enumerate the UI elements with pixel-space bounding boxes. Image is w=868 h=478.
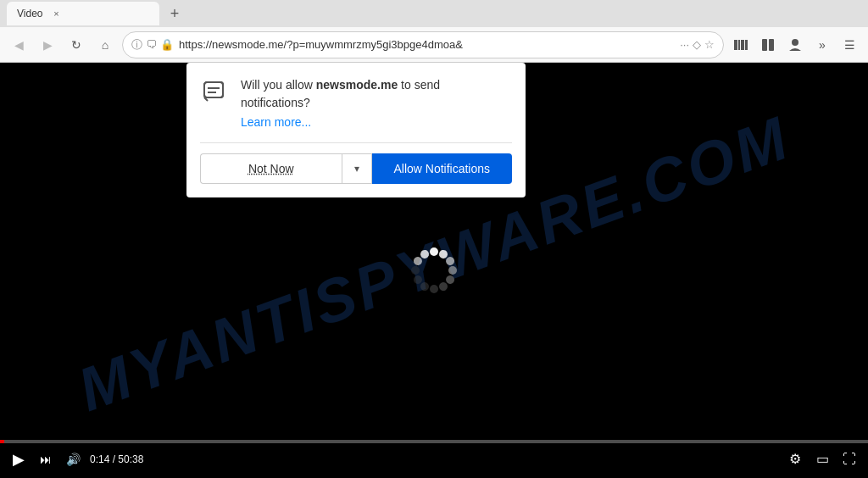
reader-button[interactable]	[756, 33, 780, 57]
time-display: 0:14 / 50:38	[90, 453, 143, 465]
tab-bar: Video × +	[0, 0, 868, 27]
allow-notifications-button[interactable]: Allow Notifications	[372, 153, 513, 184]
progress-bar[interactable]	[0, 440, 868, 443]
tab-close-button[interactable]: ×	[49, 7, 63, 20]
svg-rect-1	[738, 40, 740, 50]
reload-button[interactable]: ↻	[64, 33, 88, 57]
info-icon: ⓘ	[131, 37, 142, 53]
notification-popup: Will you allow newsmode.me to send notif…	[186, 63, 526, 197]
skip-button[interactable]: ⏭	[36, 453, 56, 466]
svg-rect-5	[769, 39, 774, 51]
play-button[interactable]: ▶	[8, 450, 29, 469]
account-button[interactable]	[783, 33, 807, 57]
svg-rect-7	[204, 82, 223, 97]
learn-more-link[interactable]: Learn more...	[241, 115, 512, 129]
new-tab-button[interactable]: +	[163, 2, 186, 25]
fullscreen-button[interactable]: ⛶	[839, 452, 860, 467]
progress-filled	[0, 440, 4, 443]
more-button[interactable]: ···	[680, 38, 689, 51]
address-bar[interactable]: ⓘ 🗨 🔒 https://newsmode.me/?p=muywmmrzmy5…	[122, 31, 724, 58]
content-area: MYANTISPYWARE.COM	[0, 63, 868, 478]
url-display: https://newsmode.me/?p=muywmmrzmy5gi3bpg…	[179, 38, 675, 51]
not-now-button[interactable]: Not Now	[200, 153, 342, 184]
svg-rect-4	[762, 39, 767, 51]
home-button[interactable]: ⌂	[93, 33, 117, 57]
controls-right: ⚙ ▭ ⛶	[785, 451, 860, 467]
popup-header: Will you allow newsmode.me to send notif…	[200, 76, 512, 129]
not-now-dropdown-button[interactable]: ▾	[342, 153, 372, 184]
browser-tab[interactable]: Video ×	[7, 2, 159, 25]
popup-message: Will you allow newsmode.me to send notif…	[241, 76, 512, 112]
menu-button[interactable]: ☰	[837, 33, 861, 57]
lock-icon: 🔒	[160, 38, 174, 51]
tab-title: Video	[17, 8, 42, 19]
bookmark-button[interactable]: ☆	[704, 38, 715, 51]
svg-rect-3	[745, 40, 748, 50]
library-button[interactable]	[729, 33, 753, 57]
forward-button[interactable]: ▶	[36, 33, 59, 57]
nav-bar: ◀ ▶ ↻ ⌂ ⓘ 🗨 🔒 https://newsmode.me/?p=muy…	[0, 27, 868, 63]
popup-content: Will you allow newsmode.me to send notif…	[241, 76, 512, 129]
popup-buttons: Not Now ▾ Allow Notifications	[200, 142, 512, 184]
svg-rect-8	[204, 82, 223, 97]
popup-chat-icon	[200, 76, 231, 107]
svg-point-6	[792, 39, 798, 46]
svg-rect-2	[741, 40, 744, 50]
volume-button[interactable]: 🔊	[63, 453, 83, 466]
address-bar-right-icons: ··· ◇ ☆	[680, 38, 715, 51]
nav-right-icons: » ☰	[729, 33, 861, 57]
pocket-button[interactable]: ◇	[693, 38, 701, 51]
popup-site-name: newsmode.me	[316, 78, 398, 92]
back-button[interactable]: ◀	[7, 33, 31, 57]
settings-button[interactable]: ⚙	[785, 451, 805, 467]
address-bar-icons: ⓘ 🗨 🔒	[131, 37, 174, 53]
video-controls: ▶ ⏭ 🔊 0:14 / 50:38 ⚙ ▭ ⛶	[0, 440, 868, 478]
svg-rect-0	[734, 40, 737, 50]
browser-window: Video × + ◀ ▶ ↻ ⌂ ⓘ 🗨 🔒 https://newsmode…	[0, 0, 868, 478]
theater-button[interactable]: ▭	[812, 451, 832, 467]
loading-spinner	[409, 245, 459, 296]
overflow-button[interactable]: »	[810, 33, 834, 57]
notification-icon: 🗨	[146, 38, 157, 51]
